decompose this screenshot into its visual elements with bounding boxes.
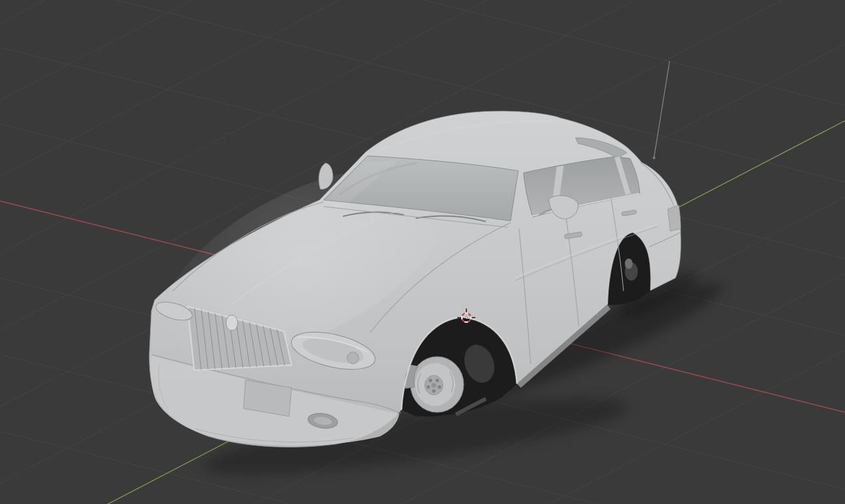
tail-lamp	[668, 205, 681, 231]
car-model[interactable]	[134, 61, 681, 447]
grid-line	[0, 0, 845, 100]
viewport-canvas[interactable]	[0, 0, 845, 504]
grid-line	[0, 0, 845, 23]
grille-emblem	[226, 315, 238, 331]
3d-viewport[interactable]	[0, 0, 845, 504]
antenna	[653, 61, 670, 159]
grid-line	[0, 0, 845, 105]
cursor-center-dot	[465, 316, 467, 318]
